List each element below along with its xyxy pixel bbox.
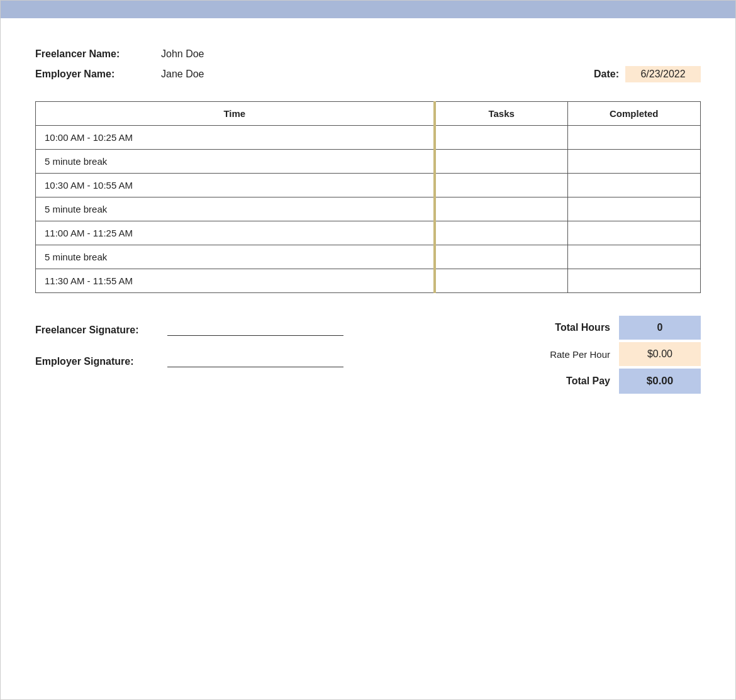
tasks-cell: [435, 174, 567, 197]
summary-section: Freelancer Signature: Employer Signature…: [35, 316, 701, 396]
completed-cell: [567, 245, 700, 269]
completed-cell: [567, 197, 700, 221]
time-cell: 10:00 AM - 10:25 AM: [36, 126, 435, 150]
time-cell: 5 minute break: [36, 150, 435, 174]
employer-row: Employer Name: Jane Doe Date: 6/23/2022: [35, 66, 701, 82]
table-row: 5 minute break: [36, 197, 701, 221]
rate-row: Rate Per Hour $0.00: [487, 342, 701, 366]
tasks-cell: [435, 269, 567, 293]
time-cell: 5 minute break: [36, 245, 435, 269]
time-cell: 11:30 AM - 11:55 AM: [36, 269, 435, 293]
freelancer-row: Freelancer Name: John Doe: [35, 48, 701, 60]
freelancer-sig-label: Freelancer Signature:: [35, 325, 167, 336]
total-pay-label: Total Pay: [512, 375, 619, 387]
date-section: Date: 6/23/2022: [594, 66, 701, 82]
freelancer-name-label: Freelancer Name:: [35, 48, 161, 60]
totals-section: Total Hours 0 Rate Per Hour $0.00 Total …: [487, 316, 701, 396]
total-hours-value: 0: [619, 316, 701, 340]
completed-cell: [567, 269, 700, 293]
freelancer-sig-line: [167, 322, 343, 336]
time-cell: 11:00 AM - 11:25 AM: [36, 221, 435, 245]
total-hours-label: Total Hours: [512, 322, 619, 333]
total-pay-row: Total Pay $0.00: [487, 369, 701, 394]
completed-cell: [567, 174, 700, 197]
total-hours-row: Total Hours 0: [487, 316, 701, 340]
completed-header: Completed: [567, 102, 700, 126]
invoice-page: Freelancer Name: John Doe Employer Name:…: [0, 0, 736, 700]
table-row: 5 minute break: [36, 245, 701, 269]
employer-name-label: Employer Name:: [35, 69, 161, 80]
employer-name-value: Jane Doe: [161, 69, 204, 80]
tasks-cell: [435, 126, 567, 150]
time-header: Time: [36, 102, 435, 126]
tasks-cell: [435, 221, 567, 245]
total-pay-value: $0.00: [619, 369, 701, 394]
freelancer-sig-row: Freelancer Signature:: [35, 322, 487, 336]
freelancer-name-value: John Doe: [161, 48, 204, 60]
table-row: 11:00 AM - 11:25 AM: [36, 221, 701, 245]
completed-cell: [567, 221, 700, 245]
rate-label: Rate Per Hour: [512, 349, 619, 360]
meta-section: Freelancer Name: John Doe Employer Name:…: [35, 48, 701, 82]
employer-sig-label: Employer Signature:: [35, 356, 167, 367]
signatures-section: Freelancer Signature: Employer Signature…: [35, 316, 487, 367]
employer-sig-row: Employer Signature:: [35, 353, 487, 367]
tasks-cell: [435, 197, 567, 221]
table-section: Time Tasks Completed 10:00 AM - 10:25 AM…: [35, 101, 701, 293]
time-cell: 5 minute break: [36, 197, 435, 221]
completed-cell: [567, 126, 700, 150]
date-value: 6/23/2022: [625, 66, 701, 82]
content-area: Freelancer Name: John Doe Employer Name:…: [1, 18, 735, 415]
rate-value: $0.00: [619, 342, 701, 366]
tasks-cell: [435, 245, 567, 269]
table-row: 10:30 AM - 10:55 AM: [36, 174, 701, 197]
tasks-header: Tasks: [435, 102, 567, 126]
table-row: 11:30 AM - 11:55 AM: [36, 269, 701, 293]
time-cell: 10:30 AM - 10:55 AM: [36, 174, 435, 197]
date-label: Date:: [594, 69, 619, 80]
tasks-cell: [435, 150, 567, 174]
table-row: 5 minute break: [36, 150, 701, 174]
header-bar: [1, 1, 735, 18]
employer-sig-line: [167, 353, 343, 367]
timesheet-table: Time Tasks Completed 10:00 AM - 10:25 AM…: [35, 101, 701, 293]
completed-cell: [567, 150, 700, 174]
table-header-row: Time Tasks Completed: [36, 102, 701, 126]
table-row: 10:00 AM - 10:25 AM: [36, 126, 701, 150]
